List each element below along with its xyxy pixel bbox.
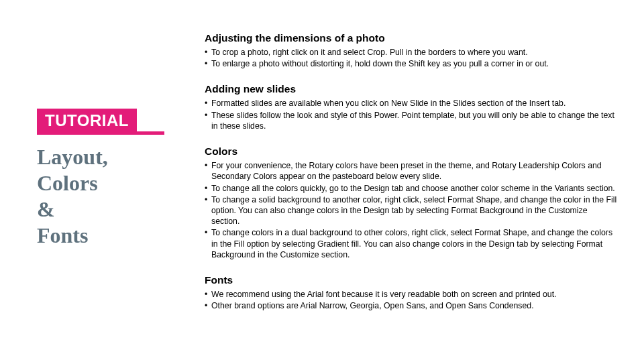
tutorial-badge: TUTORIAL [37,109,137,133]
title-line: Colors [37,170,164,196]
bullet-list: Formatted slides are available when you … [205,98,617,131]
section-fonts: Fonts We recommend using the Arial font … [205,274,617,312]
slide: TUTORIAL Layout, Colors & Fonts Adjustin… [0,0,644,362]
slide-title: Layout, Colors & Fonts [37,144,164,249]
content-column: Adjusting the dimensions of a photo To c… [205,27,617,335]
section-colors: Colors For your convenience, the Rotary … [205,145,617,261]
bullet-item: For your convenience, the Rotary colors … [205,160,617,182]
bullet-item: To change colors in a dual background to… [205,227,617,260]
bullet-item: Other brand options are Arial Narrow, Ge… [205,300,617,311]
section-heading: Adjusting the dimensions of a photo [205,32,617,44]
left-column: TUTORIAL Layout, Colors & Fonts [37,27,164,335]
bullet-item: To crop a photo, right click on it and s… [205,47,617,58]
section-heading: Adding new slides [205,83,617,95]
section-heading: Colors [205,145,617,158]
bullet-item: Formatted slides are available when you … [205,98,617,109]
bullet-list: To crop a photo, right click on it and s… [205,47,617,69]
title-line: & [37,196,164,223]
bullet-item: To change all the colors quickly, go to … [205,183,617,194]
bullet-item: To change a solid background to another … [205,194,617,227]
bullet-item: To enlarge a photo without distorting it… [205,58,617,69]
section-adjusting-photo: Adjusting the dimensions of a photo To c… [205,32,617,70]
section-heading: Fonts [205,274,617,286]
section-adding-slides: Adding new slides Formatted slides are a… [205,83,617,132]
bullet-list: For your convenience, the Rotary colors … [205,160,617,260]
bullet-list: We recommend using the Arial font becaus… [205,289,617,311]
bullet-item: These slides follow the look and style o… [205,110,617,131]
bullet-item: We recommend using the Arial font becaus… [205,289,617,300]
title-line: Fonts [37,223,164,249]
title-line: Layout, [37,144,164,170]
